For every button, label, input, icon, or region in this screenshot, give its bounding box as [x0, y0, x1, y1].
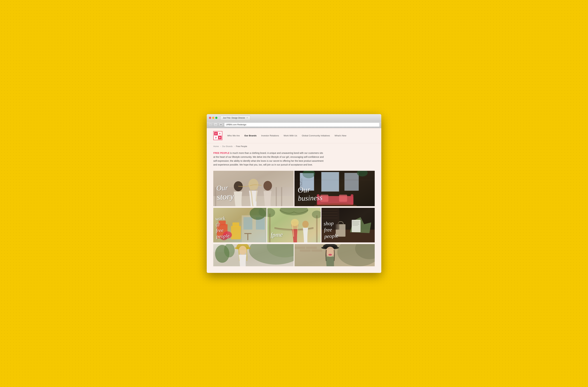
svg-rect-80 [311, 249, 322, 252]
url-text: URBN.com Redesign [226, 123, 246, 126]
forward-icon: → [215, 123, 217, 126]
svg-rect-33 [232, 223, 239, 227]
grid-our-story[interactable]: Ourstory [213, 171, 294, 206]
breadcrumb: Home › Our Brands › Free People [207, 143, 381, 149]
nav-global-community[interactable]: Global Community Initiatives [302, 134, 330, 137]
browser-window: Joe Fritz: Design Director ✕ ← → ✕ URBN.… [207, 114, 381, 273]
brand-description: FREE PEOPLE is much more than a clothing… [213, 151, 325, 167]
address-bar[interactable]: URBN.com Redesign [224, 122, 380, 127]
nav-links: Who We Are Our Brands Investor Relations… [227, 134, 375, 137]
minimize-window-button[interactable] [212, 117, 214, 119]
nav-investor-relations[interactable]: Investor Relations [261, 134, 279, 137]
svg-rect-57 [353, 223, 359, 223]
urbn-logo[interactable]: U R B N [213, 131, 222, 140]
svg-rect-31 [219, 221, 226, 225]
maximize-window-button[interactable] [215, 117, 217, 119]
svg-rect-61 [323, 208, 337, 230]
svg-point-45 [291, 219, 299, 226]
svg-rect-48 [269, 214, 271, 243]
svg-rect-12 [344, 173, 359, 191]
grid-girl2[interactable] [294, 244, 375, 266]
logo-cell-u: U [214, 132, 218, 136]
grid-our-business[interactable]: Ourbusiness [294, 171, 375, 206]
brand-description-text: is much more than a clothing brand. A un… [213, 152, 324, 166]
back-icon: ← [209, 123, 211, 126]
svg-point-5 [263, 181, 272, 191]
svg-rect-22 [339, 195, 347, 202]
grid-row-3 [213, 244, 375, 266]
svg-rect-79 [300, 249, 311, 252]
nav-whats-new[interactable]: What's New [335, 134, 346, 137]
tab-title: Joe Fritz: Design Director [223, 117, 245, 119]
grid-row-2: work@freepeople [213, 208, 375, 243]
grid-fpme[interactable]: fpme [267, 208, 320, 243]
svg-point-35 [220, 235, 228, 240]
svg-point-46 [302, 221, 309, 228]
svg-rect-56 [353, 222, 359, 222]
svg-rect-42 [247, 234, 248, 240]
svg-rect-37 [243, 217, 252, 230]
tab-bar: Joe Fritz: Design Director ✕ [220, 116, 379, 120]
traffic-lights [209, 117, 217, 119]
breadcrumb-brands[interactable]: Our Brands [222, 145, 232, 147]
grid-work[interactable]: work@freepeople [213, 208, 267, 243]
back-button[interactable]: ← [208, 123, 212, 127]
forward-button[interactable]: → [214, 123, 218, 127]
website-content: U R B N Who We Are Our Brands Investor R… [207, 128, 381, 273]
svg-rect-41 [244, 233, 252, 234]
breadcrumb-home[interactable]: Home [213, 145, 219, 147]
grid-girl1[interactable] [213, 244, 294, 266]
svg-rect-78 [306, 247, 317, 249]
svg-rect-28 [321, 172, 339, 191]
browser-tab[interactable]: Joe Fritz: Design Director ✕ [220, 116, 250, 120]
nav-work-with-us[interactable]: Work With Us [284, 134, 297, 137]
svg-rect-49 [316, 215, 318, 243]
logo-cell-r: R [218, 132, 222, 136]
tab-close-icon[interactable]: ✕ [246, 117, 248, 119]
nav-who-we-are[interactable]: Who We Are [227, 134, 240, 137]
image-grid: Ourstory [213, 171, 375, 266]
breadcrumb-current: Free People [236, 145, 247, 147]
reload-button[interactable]: ✕ [219, 123, 223, 127]
svg-rect-59 [353, 225, 358, 226]
svg-rect-19 [317, 194, 319, 205]
browser-toolbar: ← → ✕ URBN.com Redesign [207, 121, 381, 128]
site-navigation: U R B N Who We Are Our Brands Investor R… [207, 128, 381, 143]
main-content: FREE PEOPLE is much more than a clothing… [207, 149, 381, 273]
logo-cell-n: N [218, 136, 222, 139]
svg-rect-77 [294, 247, 305, 249]
svg-rect-58 [353, 224, 359, 224]
svg-rect-20 [351, 194, 353, 205]
brand-name: FREE PEOPLE [213, 152, 230, 154]
svg-rect-32 [231, 226, 241, 239]
browser-titlebar: Joe Fritz: Design Director ✕ [207, 114, 381, 121]
grid-shop[interactable]: shopfreepeople [321, 208, 375, 243]
breadcrumb-sep-1: › [220, 145, 221, 147]
close-window-button[interactable] [209, 117, 211, 119]
svg-rect-27 [300, 173, 314, 190]
svg-rect-21 [320, 195, 328, 202]
svg-rect-6 [276, 187, 277, 206]
svg-rect-7 [281, 187, 282, 206]
nav-our-brands[interactable]: Our Brands [244, 134, 257, 137]
svg-rect-8 [215, 187, 216, 206]
reload-icon: ✕ [220, 123, 222, 126]
breadcrumb-sep-2: › [234, 145, 234, 147]
svg-point-72 [239, 246, 247, 255]
logo-cell-b: B [214, 136, 218, 139]
svg-point-84 [328, 254, 332, 256]
grid-row-1: Ourstory [213, 171, 375, 206]
